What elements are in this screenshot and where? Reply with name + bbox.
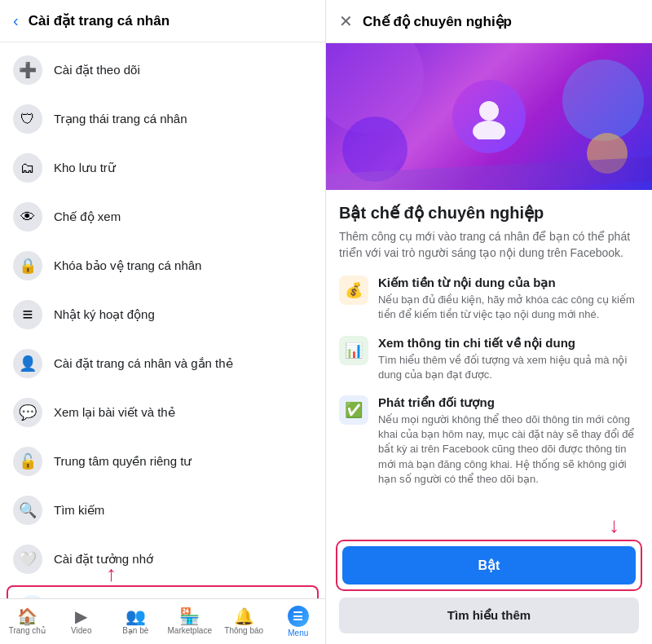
bottom-nav: 🏠 Trang chủ ▶ Video 👥 Bạn bè 🏪 Marketpla… xyxy=(0,598,325,644)
trang-thai-icon: 🛡 xyxy=(13,104,42,134)
menu-item-bat-che-do[interactable]: ⚡ Bật chế độ chuyên nghiệp ↓ xyxy=(7,585,319,598)
right-panel-title: Chế độ chuyên nghiệp xyxy=(363,13,512,30)
main-subtitle: Thêm công cụ mới vào trang cá nhân để bạ… xyxy=(339,229,639,261)
menu-item-label: Tìm kiếm xyxy=(54,503,104,518)
privacy-icon: 🔓 xyxy=(13,447,42,476)
search-icon: 🔍 xyxy=(13,496,42,525)
hero-person xyxy=(448,72,530,161)
notification-icon: 🔔 xyxy=(234,608,254,624)
nav-label: Menu xyxy=(288,629,308,637)
footer-note: Facebook sẽ hiển thị thêm thông tin về c… xyxy=(326,640,652,644)
review-icon: 💬 xyxy=(13,398,42,427)
menu-item-nhat-ky[interactable]: ≡ Nhật ký hoạt động xyxy=(0,290,325,339)
menu-item-label: Trung tâm quyền riêng tư xyxy=(54,454,192,469)
close-button[interactable]: ✕ xyxy=(339,11,353,31)
feature-xem-thong-tin: 📊 Xem thông tin chi tiết về nội dung Tìm… xyxy=(339,336,639,382)
video-icon: ▶ xyxy=(75,608,87,624)
nav-label: Thông báo xyxy=(224,626,263,635)
menu-item-trang-thai[interactable]: 🛡 Trạng thái trang cá nhân xyxy=(0,95,325,143)
menu-item-kho-luu-tru[interactable]: 🗂 Kho lưu trữ xyxy=(0,143,325,192)
menu-item-label: Trạng thái trang cá nhân xyxy=(54,112,187,126)
cai-dat-theo-doi-icon: ➕ xyxy=(13,55,42,85)
memorial-icon: 🤍 xyxy=(13,545,42,574)
nav-label: Marketplace xyxy=(168,626,212,635)
home-icon: 🏠 xyxy=(17,608,37,624)
feature-desc: Tìm hiểu thêm về đối tượng và xem hiệu q… xyxy=(378,353,639,382)
eye-icon: 👁 xyxy=(13,202,42,232)
check-icon: ✅ xyxy=(339,395,368,425)
menu-item-quyen-rieng-tu[interactable]: 🔓 Trung tâm quyền riêng tư xyxy=(0,437,325,486)
svg-point-1 xyxy=(473,121,505,139)
menu-item-cai-dat-tag[interactable]: 👤 Cài đặt trang cá nhân và gắn thẻ xyxy=(0,339,325,388)
content-body: Bật chế độ chuyên nghiệp Thêm công cụ mớ… xyxy=(326,190,652,513)
menu-item-label: Nhật ký hoạt động xyxy=(54,307,155,322)
menu-item-label: Chế độ xem xyxy=(54,210,121,224)
menu-item-che-do-xem[interactable]: 👁 Chế độ xem xyxy=(0,192,325,241)
back-button[interactable]: ‹ xyxy=(13,11,19,30)
menu-item-label: Xem lại bài viết và thẻ xyxy=(54,405,175,420)
kho-icon: 🗂 xyxy=(13,153,42,183)
menu-item-label: Cài đặt tưởng nhớ xyxy=(54,552,153,567)
left-header: ‹ Cài đặt trang cá nhân xyxy=(0,0,325,42)
menu-item-label: Cài đặt theo dõi xyxy=(54,63,140,77)
chart-icon: 📊 xyxy=(339,336,368,365)
menu-item-label: Kho lưu trữ xyxy=(54,161,116,175)
menu-avatar: ☰ xyxy=(288,606,309,627)
right-header: ✕ Chế độ chuyên nghiệp xyxy=(326,0,652,43)
marketplace-icon: 🏪 xyxy=(179,608,200,624)
money-icon: 💰 xyxy=(339,276,368,305)
tim-hieu-button[interactable]: Tìm hiểu thêm xyxy=(339,598,639,633)
nav-item-marketplace[interactable]: 🏪 Marketplace xyxy=(163,599,218,644)
menu-item-tuong-nho[interactable]: 🤍 Cài đặt tưởng nhớ xyxy=(0,535,325,584)
nav-item-thong-bao[interactable]: 🔔 Thông báo xyxy=(217,599,271,644)
list-icon: ≡ xyxy=(13,300,42,329)
nav-item-ban-be[interactable]: 👥 Bạn bè xyxy=(108,599,163,644)
menu-item-xem-lai[interactable]: 💬 Xem lại bài viết và thẻ xyxy=(0,388,325,437)
bat-button-container: ↓ Bật xyxy=(326,513,652,591)
menu-item-label: Khóa bảo vệ trang cá nhân xyxy=(54,258,201,273)
nav-item-video[interactable]: ▶ Video xyxy=(55,599,109,644)
tag-icon: 👤 xyxy=(13,349,42,378)
menu-item-tim-kiem[interactable]: 🔍 Tìm kiếm xyxy=(0,486,325,535)
feature-text: Phát triển đối tượng Nếu mọi người không… xyxy=(378,395,639,487)
feature-desc: Nếu bạn đủ điều kiện, hãy mở khóa các cô… xyxy=(378,293,639,322)
feature-title: Kiếm tiền từ nội dung của bạn xyxy=(378,276,639,290)
settings-menu-list: ➕ Cài đặt theo dõi 🛡 Trạng thái trang cá… xyxy=(0,42,325,598)
nav-label: Bạn bè xyxy=(122,626,148,635)
menu-item-label: Cài đặt trang cá nhân và gắn thẻ xyxy=(54,356,233,371)
right-panel: ✕ Chế độ chuyên nghiệp Bật xyxy=(326,0,652,644)
feature-title: Xem thông tin chi tiết về nội dung xyxy=(378,336,639,351)
lock-icon: 🔒 xyxy=(13,251,42,280)
feature-kiem-tien: 💰 Kiếm tiền từ nội dung của bạn Nếu bạn … xyxy=(339,276,639,322)
main-title: Bật chế độ chuyên nghiệp xyxy=(339,203,639,223)
bat-arrow-indicator: ↓ xyxy=(609,513,619,537)
feature-desc: Nếu mọi người không thể theo dõi thông t… xyxy=(378,412,639,487)
feature-title: Phát triển đối tượng xyxy=(378,395,639,410)
feature-phat-trien: ✅ Phát triển đối tượng Nếu mọi người khô… xyxy=(339,395,639,487)
menu-item-khoa-bao-ve[interactable]: 🔒 Khóa bảo vệ trang cá nhân xyxy=(0,241,325,290)
nav-item-trang-chu[interactable]: 🏠 Trang chủ xyxy=(0,599,55,644)
hero-illustration xyxy=(326,43,652,190)
nav-item-menu[interactable]: ☰ Menu xyxy=(271,599,326,644)
menu-item-cai-dat-theo-doi[interactable]: ➕ Cài đặt theo dõi xyxy=(0,46,325,95)
left-panel: ‹ Cài đặt trang cá nhân ➕ Cài đặt theo d… xyxy=(0,0,326,644)
nav-label: Video xyxy=(71,626,91,635)
nav-label: Trang chủ xyxy=(9,626,46,635)
feature-text: Kiếm tiền từ nội dung của bạn Nếu bạn đủ… xyxy=(378,276,639,322)
bat-button[interactable]: Bật xyxy=(342,546,636,584)
feature-text: Xem thông tin chi tiết về nội dung Tìm h… xyxy=(378,336,639,382)
left-panel-title: Cài đặt trang cá nhân xyxy=(29,12,170,29)
svg-point-0 xyxy=(479,101,499,121)
professional-mode-icon: ⚡ xyxy=(18,595,47,598)
friends-icon: 👥 xyxy=(126,608,146,624)
right-content: Bật chế độ chuyên nghiệp Thêm công cụ mớ… xyxy=(326,43,652,644)
